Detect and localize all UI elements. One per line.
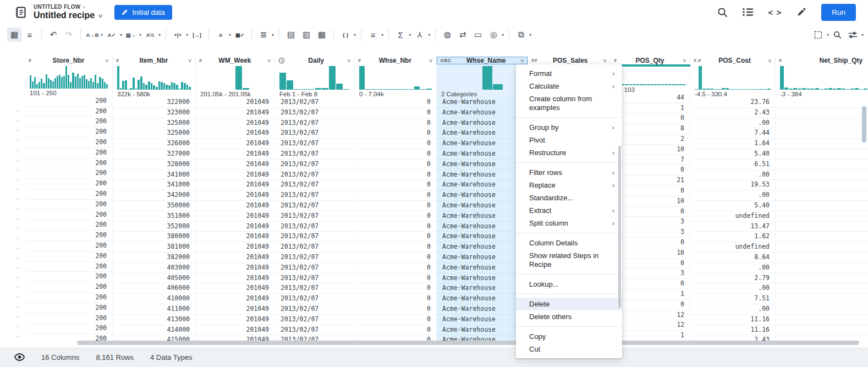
row-handle[interactable]: · (0, 292, 25, 302)
cell-wm_week[interactable]: 201049 (196, 304, 275, 315)
row-handle[interactable]: · (0, 184, 25, 194)
row-handle[interactable]: · (0, 155, 25, 165)
cell-whse_name[interactable]: Acme·Warehouse (437, 325, 528, 336)
lookup-tool-icon[interactable]: ⇄ (455, 28, 470, 42)
cell-wm_week[interactable]: 201049 (196, 108, 275, 118)
type-icon-number[interactable]: ## (531, 58, 537, 63)
histogram-bar[interactable] (143, 83, 145, 90)
row-handle[interactable]: · (0, 194, 25, 204)
cell-net_ship_qty[interactable] (776, 170, 868, 180)
cell-whse_nbr[interactable]: 0 (355, 190, 437, 201)
histogram-bar[interactable] (61, 77, 63, 89)
cell-store_nbr[interactable]: 200 (25, 189, 113, 200)
dropdown-caret-icon[interactable]: ▾ (529, 32, 531, 37)
cell-store_nbr[interactable]: 200 (25, 148, 113, 158)
merge-columns-icon[interactable]: [↔] (190, 28, 204, 42)
cell-wm_week[interactable]: 201049 (196, 253, 275, 263)
cell-store_nbr[interactable]: 200 (25, 220, 113, 231)
cell-daily[interactable]: 2013/02/07 (275, 180, 355, 190)
cell-whse_nbr[interactable]: 0 (355, 108, 437, 118)
cell-item_nbr[interactable]: 410000 (113, 294, 196, 304)
cell-pos_qty[interactable]: 16 (611, 248, 690, 259)
column-menu-caret-icon[interactable]: ∨ (267, 58, 272, 63)
histogram-bar[interactable] (117, 66, 119, 90)
dropdown-caret-icon[interactable]: ▾ (186, 32, 188, 37)
column-menu-caret-icon[interactable]: ∨ (428, 58, 433, 63)
cell-store_nbr[interactable]: 200 (25, 293, 113, 303)
cell-daily[interactable]: 2013/02/07 (275, 190, 355, 201)
cell-whse_nbr[interactable]: 0 (355, 97, 437, 108)
histogram-bar[interactable] (102, 79, 103, 89)
cell-store_nbr[interactable]: 200 (25, 117, 113, 127)
unpivot-icon[interactable]: ▤ (284, 28, 298, 42)
cell-whse_name[interactable]: Acme·Warehouse (437, 160, 528, 170)
cell-whse_nbr[interactable]: 0 (355, 201, 437, 211)
cell-whse_name[interactable]: Acme·Warehouse (437, 253, 528, 263)
histogram-bar[interactable] (140, 76, 142, 90)
menu-item-group-by[interactable]: Group by› (516, 121, 622, 134)
cell-daily[interactable]: 2013/02/07 (275, 315, 355, 325)
histogram-bar[interactable] (279, 73, 286, 90)
cell-daily[interactable]: 2013/02/07 (275, 170, 355, 180)
cell-store_nbr[interactable]: 200 (25, 303, 113, 314)
row-handle[interactable]: · (0, 214, 25, 224)
menu-item-cut[interactable]: Cut (516, 343, 622, 355)
cell-pos_cost[interactable]: .00 (690, 263, 776, 273)
type-icon-number[interactable]: # (199, 58, 202, 63)
change-type-icon[interactable]: A→B (85, 28, 100, 42)
column-menu-caret-icon[interactable]: ∨ (602, 58, 607, 63)
cell-pos_cost[interactable]: 5.40 (690, 201, 776, 211)
horizontal-scrollbar[interactable] (77, 341, 859, 345)
histogram-bar[interactable] (36, 84, 38, 89)
cell-daily[interactable]: 2013/02/07 (275, 304, 355, 315)
cell-item_nbr[interactable]: 414000 (113, 325, 196, 336)
cell-whse_nbr[interactable]: 0 (355, 325, 437, 336)
histogram-bar[interactable] (145, 85, 147, 90)
cell-whse_name[interactable]: Acme·Warehouse (437, 304, 528, 315)
dropdown-caret-icon[interactable]: ▾ (354, 32, 356, 37)
histogram-bar[interactable] (482, 66, 492, 90)
cell-daily[interactable]: 2013/02/07 (275, 222, 355, 232)
cell-store_nbr[interactable]: 200 (25, 231, 113, 241)
cell-wm_week[interactable]: 201049 (196, 139, 275, 149)
histogram-bar[interactable] (125, 80, 127, 90)
dropdown-caret-icon[interactable]: ▾ (120, 32, 122, 37)
cell-pos_qty[interactable]: 0 (611, 165, 690, 176)
column-histogram[interactable] (113, 64, 196, 90)
cell-pos_cost[interactable]: 7.51 (690, 294, 776, 304)
histogram-bar[interactable] (54, 78, 56, 89)
cell-wm_week[interactable]: 201049 (196, 315, 275, 325)
histogram-bar[interactable] (92, 82, 94, 89)
column-menu-caret-icon[interactable]: ∨ (188, 58, 193, 63)
row-handle[interactable]: · (0, 145, 25, 155)
cell-net_ship_qty[interactable] (776, 149, 868, 160)
cell-pos_cost[interactable]: 19.53 (690, 180, 776, 190)
cell-item_nbr[interactable]: 327000 (113, 149, 196, 160)
cell-store_nbr[interactable]: 200 (25, 241, 113, 251)
histogram-bar[interactable] (148, 81, 150, 90)
dropdown-caret-icon[interactable]: ▾ (272, 32, 274, 37)
cell-pos_qty[interactable]: 0 (611, 207, 690, 217)
cell-net_ship_qty[interactable] (776, 315, 868, 325)
cell-net_ship_qty[interactable] (776, 222, 868, 232)
cell-item_nbr[interactable]: 413000 (113, 315, 196, 325)
type-icon-number[interactable]: # (358, 58, 361, 63)
cell-whse_name[interactable]: Acme·Warehouse (437, 128, 528, 139)
cell-daily[interactable]: 2013/02/07 (275, 97, 355, 108)
functions-icon[interactable]: { } (338, 28, 353, 42)
cell-store_nbr[interactable]: 200 (25, 262, 113, 272)
cell-pos_qty[interactable]: 2 (611, 134, 690, 145)
histogram-bar[interactable] (63, 76, 65, 88)
cell-wm_week[interactable]: 201049 (196, 149, 275, 160)
cell-whse_nbr[interactable]: 0 (355, 315, 437, 325)
column-histogram[interactable] (275, 64, 355, 90)
column-menu-caret-icon[interactable]: ∨ (767, 58, 772, 63)
histogram-bar[interactable] (86, 79, 87, 89)
histogram-bar[interactable] (90, 78, 92, 89)
cell-whse_name[interactable]: Acme·Warehouse (437, 201, 528, 211)
histogram-bar[interactable] (72, 73, 74, 89)
cell-daily[interactable]: 2013/02/07 (275, 294, 355, 304)
cell-whse_nbr[interactable]: 0 (355, 139, 437, 149)
column-header-daily[interactable]: Daily∨ (275, 57, 355, 64)
list-view-icon[interactable]: ≡ (23, 28, 37, 42)
